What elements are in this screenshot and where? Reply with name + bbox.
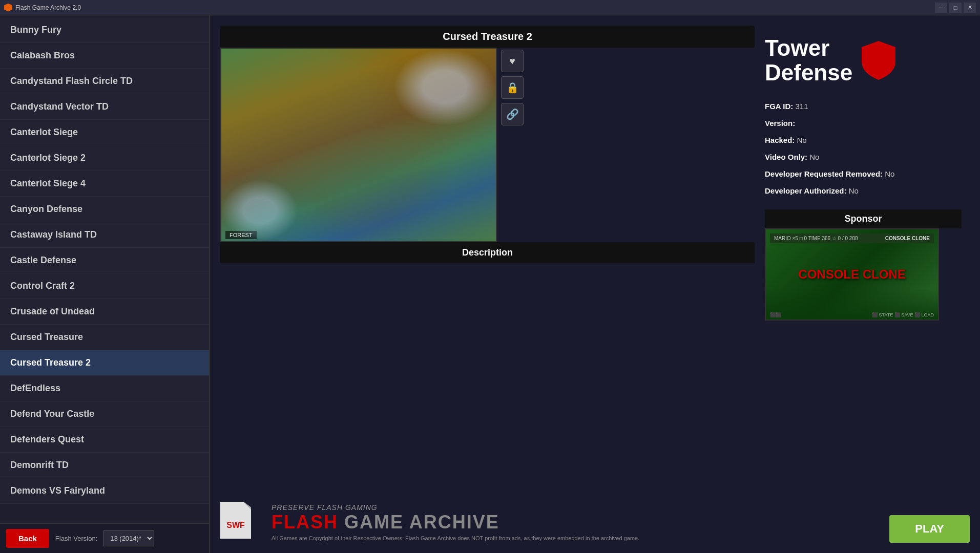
sidebar-item-defendless[interactable]: DefEndless <box>0 376 209 401</box>
sidebar-item-demonrift-td[interactable]: Demonrift TD <box>0 453 209 478</box>
sidebar-item-castle-defense[interactable]: Castle Defense <box>0 248 209 273</box>
fga-id-num: 311 <box>795 102 808 111</box>
game-screenshot-wrapper: FOREST ♥ 🔒 🔗 <box>220 48 755 242</box>
title-bar-left: Flash Game Archive 2.0 <box>4 4 81 12</box>
sponsor-section: Sponsor MARIO ×5 □ 0 TIME 366 ☆ 0 / 0 20… <box>765 209 962 321</box>
dev-auth-label: Developer Authorized: <box>765 186 846 195</box>
sponsor-logo-small: CONSOLE CLONE <box>885 236 930 241</box>
lock-button[interactable]: 🔒 <box>501 76 524 99</box>
bottom-banner: SWF PRESERVE FLASH GAMING FLASH GAME ARC… <box>220 502 755 543</box>
video-only-val: No <box>809 153 819 161</box>
link-button[interactable]: 🔗 <box>501 103 524 125</box>
sponsor-right-controls: ⬛ STATE ⬛ SAVE ⬛ LOAD <box>872 312 934 317</box>
sidebar-item-defenders-quest[interactable]: Defenders Quest <box>0 427 209 453</box>
game-list: Bunny FuryCalabash BrosCandystand Flash … <box>0 15 209 523</box>
sidebar-item-calabash-bros[interactable]: Calabash Bros <box>0 43 209 69</box>
app-body: Bunny FuryCalabash BrosCandystand Flash … <box>0 15 980 553</box>
fga-id-label: FGA ID: <box>765 102 793 111</box>
sidebar-item-cursed-treasure[interactable]: Cursed Treasure <box>0 325 209 350</box>
flash-version-label: Flash Version: <box>55 535 97 542</box>
back-button[interactable]: Back <box>6 529 49 548</box>
archive-text: PRESERVE FLASH GAMING FLASH GAME ARCHIVE… <box>272 503 755 541</box>
sidebar-footer: Back Flash Version: 10 (2010)*11 (2011)*… <box>0 523 209 553</box>
dev-removed-label: Developer Requested Removed: <box>765 169 883 178</box>
meta-info: FGA ID: 311 Version: Hacked: No Video On… <box>765 98 962 199</box>
sponsor-hud-score: MARIO ×5 □ 0 TIME 366 ☆ 0 / 0 200 <box>774 236 858 241</box>
sidebar-item-crusade-undead[interactable]: Crusade of Undead <box>0 299 209 325</box>
title-bar: Flash Game Archive 2.0 ─ □ ✕ <box>0 0 980 15</box>
game-screenshot: FOREST <box>220 48 497 242</box>
fga-id-row: FGA ID: 311 <box>765 98 962 115</box>
genre-header: TowerDefense <box>765 36 962 86</box>
sponsor-controls: ⬛⬛ <box>770 312 781 317</box>
sidebar-item-candystand-circle[interactable]: Candystand Flash Circle TD <box>0 69 209 94</box>
archive-name: FLASH GAME ARCHIVE <box>272 512 755 533</box>
sidebar-item-castaway-island[interactable]: Castaway Island TD <box>0 222 209 248</box>
dev-removed-row: Developer Requested Removed: No <box>765 165 962 182</box>
sidebar-item-canyon-defense[interactable]: Canyon Defense <box>0 197 209 222</box>
game-text: GAME <box>344 512 404 533</box>
sidebar-item-cursed-treasure-2[interactable]: Cursed Treasure 2 <box>0 350 209 376</box>
dev-auth-val: No <box>849 186 859 195</box>
dev-removed-val: No <box>885 169 894 178</box>
genre-title: TowerDefense <box>765 36 852 86</box>
sidebar-item-canterlot-siege-4[interactable]: Canterlot Siege 4 <box>0 171 209 197</box>
play-button[interactable]: PLAY <box>889 515 970 543</box>
game-actions: ♥ 🔒 🔗 <box>501 48 524 242</box>
flash-version-select[interactable]: 10 (2010)*11 (2011)*12 (2012)*13 (2014)*… <box>103 530 154 546</box>
archive-label: ARCHIVE <box>409 512 499 533</box>
dev-auth-row: Developer Authorized: No <box>765 182 962 199</box>
app-icon <box>4 4 12 12</box>
close-button[interactable]: ✕ <box>964 3 976 13</box>
right-panel: TowerDefense FGA ID: 311 Version: <box>765 26 970 543</box>
sidebar-item-canterlot-siege-2[interactable]: Canterlot Siege 2 <box>0 145 209 171</box>
game-area: Cursed Treasure 2 FOREST ♥ 🔒 <box>220 26 755 490</box>
sidebar-item-defend-castle[interactable]: Defend Your Castle <box>0 401 209 427</box>
swf-corner <box>243 502 251 509</box>
sponsor-title: Sponsor <box>765 209 962 228</box>
minimize-button[interactable]: ─ <box>935 3 947 13</box>
swf-label: SWF <box>226 521 245 530</box>
hacked-val: No <box>797 136 807 144</box>
sidebar-item-candystand-vector[interactable]: Candystand Vector TD <box>0 94 209 120</box>
restore-button[interactable]: □ <box>949 3 962 13</box>
description-bar: Description <box>220 242 755 263</box>
hacked-row: Hacked: No <box>765 132 962 148</box>
sponsor-brand: CONSOLE CLONE <box>798 267 905 282</box>
archive-tagline: All Games are Copyright of their Respect… <box>272 535 755 541</box>
title-bar-controls[interactable]: ─ □ ✕ <box>935 3 976 13</box>
game-title: Cursed Treasure 2 <box>220 26 755 48</box>
sidebar-item-bunny-fury[interactable]: Bunny Fury <box>0 17 209 43</box>
flash-text: FLASH <box>272 512 338 533</box>
hacked-label: Hacked: <box>765 136 795 144</box>
sponsor-image[interactable]: MARIO ×5 □ 0 TIME 366 ☆ 0 / 0 200 CONSOL… <box>765 228 939 321</box>
video-only-row: Video Only: No <box>765 148 962 165</box>
version-row: Version: <box>765 115 962 132</box>
app-title: Flash Game Archive 2.0 <box>15 4 81 11</box>
favorite-button[interactable]: ♥ <box>501 50 524 72</box>
preserve-label: PRESERVE FLASH GAMING <box>272 503 755 512</box>
version-label: Version: <box>765 119 795 127</box>
sidebar-item-control-craft-2[interactable]: Control Craft 2 <box>0 273 209 299</box>
shield-icon <box>861 40 896 81</box>
swf-logo: SWF <box>220 502 261 543</box>
sidebar-item-demons-vs-fairyland[interactable]: Demons VS Fairyland <box>0 478 209 504</box>
swf-logo-bg: SWF <box>220 502 251 539</box>
sidebar: Bunny FuryCalabash BrosCandystand Flash … <box>0 15 210 553</box>
sponsor-bottom-bar: ⬛⬛ ⬛ STATE ⬛ SAVE ⬛ LOAD <box>766 289 938 320</box>
video-only-label: Video Only: <box>765 153 807 161</box>
sidebar-item-canterlot-siege[interactable]: Canterlot Siege <box>0 120 209 145</box>
